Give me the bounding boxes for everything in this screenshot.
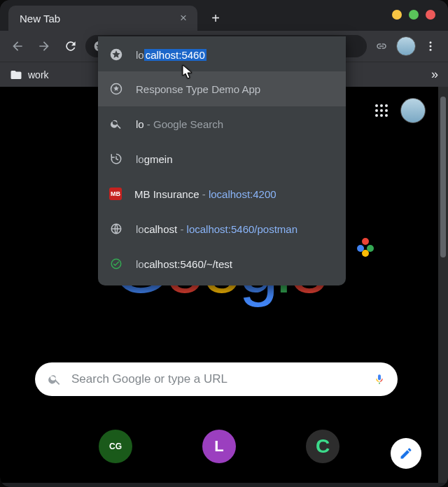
svg-point-1: [430, 41, 432, 43]
customize-button[interactable]: [391, 438, 421, 469]
menu-button[interactable]: [419, 34, 442, 58]
suggestion-row[interactable]: localhost:5460: [98, 36, 346, 71]
scrollbar-thumb[interactable]: [440, 97, 446, 257]
suggestion-row[interactable]: localhost - localhost:5460/postman: [98, 211, 346, 246]
search-icon: [109, 117, 123, 131]
account-avatar[interactable]: [400, 98, 426, 123]
search-input[interactable]: [71, 372, 364, 386]
tab-strip: New Tab × +: [0, 0, 448, 31]
forward-button[interactable]: [32, 34, 56, 58]
bookmarks-overflow[interactable]: »: [431, 67, 438, 82]
bookmark-folder-work[interactable]: work: [10, 69, 49, 81]
suggestion-row[interactable]: lo - Google Search: [98, 106, 346, 141]
scrollbar[interactable]: [438, 87, 448, 483]
suggestion-row[interactable]: logmein: [98, 141, 346, 176]
shortcut-2[interactable]: L: [202, 430, 236, 463]
tab-newtab[interactable]: New Tab ×: [8, 6, 197, 31]
reload-icon: [64, 39, 78, 53]
svg-point-2: [430, 45, 432, 48]
shortcut-3[interactable]: C: [306, 430, 340, 463]
window-minimize[interactable]: [392, 10, 402, 20]
shortcut-1[interactable]: CG: [99, 430, 132, 463]
reload-button[interactable]: [59, 34, 83, 58]
omnibox-suggestions: localhost:5460 Response Type Demo App lo…: [98, 36, 346, 285]
new-tab-button[interactable]: +: [206, 8, 225, 28]
search-box[interactable]: [35, 362, 398, 396]
extension-icon[interactable]: [370, 34, 393, 58]
back-button[interactable]: [6, 34, 29, 58]
star-outline-icon: [109, 82, 123, 96]
suggestion-row[interactable]: localhost:5460/~/test: [98, 246, 346, 281]
window-maximize[interactable]: [409, 10, 419, 20]
mic-icon[interactable]: [374, 372, 385, 387]
window-controls: [392, 10, 435, 20]
assistant-logo: [357, 238, 375, 256]
shortcuts-row: CG L C: [0, 430, 438, 463]
svg-point-3: [430, 49, 432, 51]
arrow-right-icon: [37, 39, 51, 53]
suggestion-row[interactable]: Response Type Demo App: [98, 71, 346, 106]
folder-icon: [10, 69, 22, 81]
link-icon: [375, 40, 388, 52]
tab-title: New Tab: [20, 13, 60, 24]
check-circle-icon: [109, 257, 123, 271]
search-icon: [48, 372, 62, 386]
star-filled-icon: [109, 48, 123, 62]
bookmark-folder-label: work: [28, 69, 49, 80]
apps-button[interactable]: [375, 104, 388, 117]
globe-icon: [109, 222, 123, 236]
arrow-left-icon: [10, 39, 24, 53]
window-close[interactable]: [426, 10, 435, 20]
history-icon: [109, 152, 123, 166]
kebab-icon: [424, 40, 437, 52]
pencil-icon: [399, 446, 413, 460]
close-tab-icon[interactable]: ×: [176, 11, 190, 25]
mb-favicon: MB: [109, 188, 122, 200]
suggestion-row[interactable]: MB MB Insurance - localhost:4200: [98, 176, 346, 211]
profile-avatar[interactable]: [396, 36, 416, 56]
